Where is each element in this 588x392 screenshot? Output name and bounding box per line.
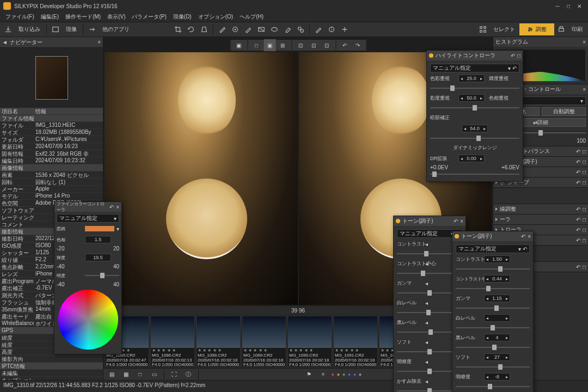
thumbnail-item[interactable]: ★ ★ ★ ★ ★MG_1086.CR22020/07/16 20:02:13F… <box>150 316 195 367</box>
dr-slider[interactable] <box>430 170 519 178</box>
fit-icon[interactable]: ▣ <box>232 39 244 51</box>
reset-icon[interactable]: ↶ <box>511 53 515 59</box>
gamma-spinner[interactable]: ◂1.15▸ <box>484 295 510 302</box>
white-spinner[interactable]: ◂▸ <box>484 314 510 322</box>
sat-slider[interactable] <box>430 104 519 112</box>
tone-panel-2[interactable]: トーン(調子)↶× マニュアル指定▾ ↶ コントラスト◂1.50▸ コントラスト… <box>452 231 534 392</box>
close-icon[interactable]: × <box>460 218 463 224</box>
label-orange-icon[interactable]: ● <box>336 371 340 377</box>
heal-icon[interactable] <box>339 23 351 35</box>
black-spinner[interactable]: ◂4▸ <box>484 334 510 341</box>
brush-icon[interactable] <box>242 23 254 35</box>
reset-icon[interactable]: ↶ <box>109 204 114 210</box>
contrast-spinner[interactable]: ◂1.50▸ <box>484 255 510 263</box>
layout2-icon[interactable]: ▦ <box>120 369 132 381</box>
cc-spinner[interactable]: ◂0.44▸ <box>484 275 510 283</box>
layout4-icon[interactable]: ▭ <box>148 369 160 381</box>
menu-view[interactable]: 表示(V) <box>105 13 127 21</box>
label-purple-icon[interactable]: ● <box>353 371 357 377</box>
menu-param[interactable]: パラメータ(P) <box>130 13 168 21</box>
rotate-icon[interactable] <box>185 23 197 35</box>
line-header[interactable]: 線調整↶□ <box>493 204 588 214</box>
lum-spinner[interactable]: 19.5 <box>85 254 111 261</box>
clarity-spinner[interactable]: ◂-8▸ <box>484 373 510 381</box>
menu-file[interactable]: ファイル(F) <box>3 13 36 21</box>
gradient-icon[interactable] <box>255 23 267 35</box>
histogram-header[interactable]: ヒストグラム× <box>493 37 588 47</box>
redo-icon[interactable]: ↷ <box>352 39 364 51</box>
sat-spinner[interactable]: ◂50.0▸ <box>458 94 485 102</box>
color-slider[interactable] <box>430 84 519 92</box>
menu-mode[interactable]: 操作モード(M) <box>63 13 103 21</box>
adjust-mode-button[interactable]: 調整 <box>519 23 554 35</box>
label-green-icon[interactable]: ● <box>342 371 345 377</box>
close-icon[interactable]: × <box>116 204 119 210</box>
dr-spinner[interactable]: ◂0.00▸ <box>458 155 485 162</box>
color-spinner[interactable]: ◂25.0▸ <box>458 75 485 82</box>
zoom-2-icon[interactable]: ⊡ <box>308 39 320 51</box>
compare-view-icon[interactable]: ▣ <box>264 39 275 51</box>
trash-icon[interactable]: × <box>317 369 329 381</box>
print-icon[interactable] <box>555 23 567 35</box>
clone-icon[interactable] <box>295 23 307 35</box>
fine-mode-dropdown[interactable]: マニュアル指定▾ <box>57 214 119 223</box>
pen-icon[interactable] <box>313 23 324 35</box>
grid-view-icon[interactable]: ⊞ <box>277 39 289 51</box>
close-icon[interactable]: × <box>528 234 531 240</box>
panel-close-icon[interactable]: × <box>97 39 101 45</box>
radial-icon[interactable] <box>268 23 280 35</box>
highlight-mode-dropdown[interactable]: マニュアル指定▾ ↶ <box>430 64 519 72</box>
mask-icon[interactable] <box>326 23 338 35</box>
label-gray-icon[interactable]: ● <box>359 371 362 377</box>
import-button[interactable]: 取り込み <box>15 26 44 33</box>
color-wheel[interactable] <box>58 290 118 350</box>
maximize-button[interactable]: □ <box>563 3 574 9</box>
export-icon[interactable] <box>86 23 98 35</box>
thumbnail-item[interactable]: ★ ★ ★ ★ ★MG_1089.CR22020/07/16 20:02:18F… <box>242 316 286 367</box>
import-icon[interactable] <box>2 23 14 35</box>
info-icon[interactable]: ⓘ <box>182 369 194 381</box>
thumbnail-item[interactable]: ★ ★ ★ ★ ★MG_1091.CR22020/07/16 20:02:18F… <box>333 316 378 367</box>
shadow-slider[interactable] <box>430 134 519 142</box>
label-red-icon[interactable]: ● <box>331 371 334 377</box>
reset-icon[interactable]: ↶ <box>454 218 458 224</box>
navigator-preview[interactable] <box>0 48 103 108</box>
shadow-spinner[interactable]: ◂54.0▸ <box>462 125 488 132</box>
spot-icon[interactable] <box>229 23 241 35</box>
fullscreen-icon[interactable]: ⛶ <box>168 369 180 381</box>
layout-icon[interactable]: ▤ <box>106 369 118 381</box>
erase-icon[interactable] <box>281 23 293 35</box>
select-mode-button[interactable]: セレクト <box>490 26 518 33</box>
fine-color-panel[interactable]: ファインカラーコントローラ↶× マニュアル指定▾ 図柄▾ 色相1.5 -2020… <box>54 201 122 354</box>
single-view-icon[interactable]: □ <box>250 39 262 51</box>
menu-edit[interactable]: 編集(E) <box>39 13 61 21</box>
soft-spinner[interactable]: ◂27▸ <box>484 353 510 361</box>
label-blue-icon[interactable]: ● <box>348 371 351 377</box>
develop-button[interactable]: 現像 <box>63 26 80 33</box>
flag-icon[interactable]: ⚑ <box>303 369 315 381</box>
menu-help[interactable]: ヘルプ(H) <box>237 13 266 21</box>
other-app-button[interactable]: 他のアプリ <box>99 26 133 33</box>
zoom-1-icon[interactable]: ⊡ <box>295 39 307 51</box>
tone2-mode-dropdown[interactable]: マニュアル指定▾ ↶ <box>456 244 530 253</box>
reset-icon[interactable]: ↶ <box>521 234 525 240</box>
thumbnail-item[interactable]: ★ ★ ★ ★ ★MG_1088.CR22020/07/16 20:02:18F… <box>196 316 241 367</box>
eyedrop-icon[interactable] <box>216 23 228 35</box>
menu-option[interactable]: オプション(O) <box>196 13 235 21</box>
auto-button[interactable]: 自動調整 <box>542 107 586 116</box>
preview-left[interactable] <box>105 52 298 305</box>
select-mode-icon[interactable] <box>477 23 489 35</box>
highlight-panel[interactable]: ハイライトコントローラ↶□ マニュアル指定▾ ↶ 色彩重視◂25.0▸輝度重視 … <box>426 50 523 182</box>
minimize-button[interactable]: ─ <box>552 3 563 9</box>
print-button[interactable]: 印刷 <box>568 26 586 33</box>
crop-icon[interactable] <box>172 23 184 35</box>
ctrl-header[interactable]: ーラ↶□ <box>493 215 588 224</box>
zoom-3-icon[interactable]: ⊡ <box>321 39 333 51</box>
hue-spinner[interactable]: 1.5 <box>85 236 111 243</box>
layout3-icon[interactable]: □ <box>134 369 146 381</box>
close-icon[interactable]: □ <box>517 53 520 59</box>
close-button[interactable]: ✕ <box>574 3 585 9</box>
undo-icon[interactable]: ↶ <box>339 39 351 51</box>
menu-develop[interactable]: 現像(D) <box>171 13 194 21</box>
thumbnail-item[interactable]: ★ ★ ★ ★ ★MG_1090.CR22020/07/16 20:02:18F… <box>287 316 332 367</box>
